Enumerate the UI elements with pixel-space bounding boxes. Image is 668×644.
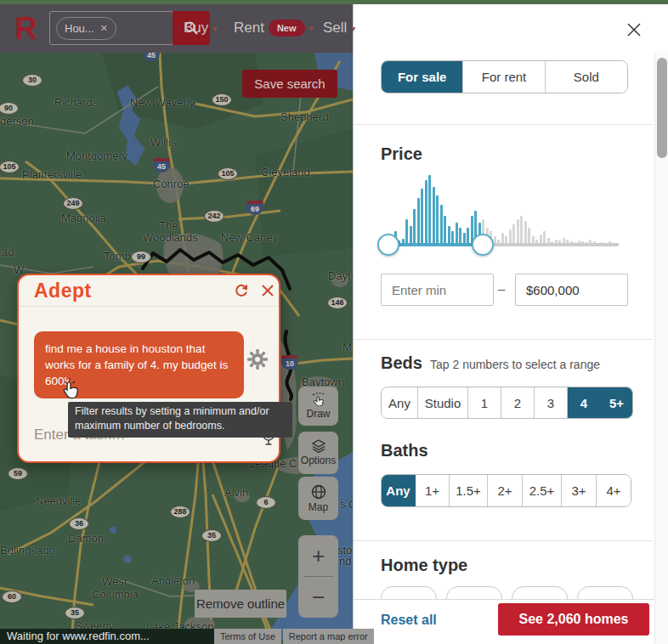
histogram-bar bbox=[456, 223, 458, 245]
panel-scrollbar[interactable] bbox=[654, 53, 668, 644]
reset-all-link[interactable]: Reset all bbox=[381, 613, 437, 628]
route-shield: 249 bbox=[63, 197, 83, 210]
histogram-bar bbox=[405, 219, 408, 245]
zoom-in-button[interactable]: + bbox=[298, 535, 338, 576]
close-icon[interactable] bbox=[259, 282, 276, 299]
map-label: ad bbox=[2, 246, 14, 258]
baths-option-2-5plus[interactable]: 2.5+ bbox=[523, 475, 562, 506]
chevron-down-icon: ▾ bbox=[212, 24, 217, 33]
scrollbar-thumb[interactable] bbox=[657, 58, 667, 158]
baths-option-any[interactable]: Any bbox=[382, 475, 416, 506]
route-shield: 30 bbox=[22, 74, 42, 87]
histogram-bar bbox=[421, 189, 423, 245]
beds-option-any[interactable]: Any bbox=[382, 387, 418, 418]
map-label: Conroe bbox=[153, 178, 190, 190]
filters-footer: Reset all See 2,060 homes bbox=[354, 599, 668, 644]
price-slider-min-handle[interactable] bbox=[377, 234, 399, 256]
map-label: Richards bbox=[54, 96, 98, 109]
histogram-bar bbox=[410, 226, 412, 245]
listing-type-tabs: For sale For rent Sold bbox=[381, 60, 628, 93]
route-shield: 150 bbox=[212, 93, 232, 106]
beds-option-studio[interactable]: Studio bbox=[418, 387, 468, 418]
route-shield: 6 bbox=[256, 496, 276, 509]
route-shield: 242 bbox=[204, 210, 224, 223]
beds-option-4[interactable]: 4 bbox=[568, 387, 601, 418]
chevron-down-icon: ▾ bbox=[309, 24, 314, 33]
options-button-label: Options bbox=[301, 455, 336, 466]
beds-option-3[interactable]: 3 bbox=[535, 387, 568, 418]
refresh-icon[interactable] bbox=[233, 282, 250, 299]
search-box[interactable]: Hou... ✕ bbox=[49, 11, 173, 45]
map-label: Alvin bbox=[224, 486, 248, 499]
redfin-logo[interactable]: R bbox=[14, 11, 37, 47]
histogram-bar bbox=[417, 198, 420, 245]
price-max-input[interactable] bbox=[515, 274, 628, 306]
map-attribution: Terms of Use Report a map error bbox=[214, 629, 353, 644]
map-style-button[interactable]: Map bbox=[298, 477, 338, 520]
tab-sold[interactable]: Sold bbox=[546, 61, 627, 93]
tab-for-sale[interactable]: For sale bbox=[382, 61, 463, 93]
map-label: Willis bbox=[150, 136, 176, 149]
beds-option-1[interactable]: 1 bbox=[468, 387, 501, 418]
map-label: Mont Bel bbox=[342, 341, 353, 353]
save-search-button[interactable]: Save search bbox=[242, 70, 337, 98]
see-homes-button[interactable]: See 2,060 homes bbox=[498, 603, 649, 636]
options-button[interactable]: Options bbox=[298, 432, 338, 474]
map-label: The bbox=[159, 219, 178, 232]
baths-option-2plus[interactable]: 2+ bbox=[488, 475, 523, 506]
interstate-shield: 69 bbox=[246, 201, 263, 215]
histogram-bar bbox=[524, 221, 527, 245]
nav-buy[interactable]: Buy▾ bbox=[184, 20, 217, 37]
route-shield: 59 bbox=[8, 467, 28, 480]
beds-option-5plus[interactable]: 5+ bbox=[601, 387, 632, 418]
histogram-bar bbox=[425, 180, 427, 245]
price-min-input[interactable] bbox=[381, 274, 494, 306]
interstate-shield: 10 bbox=[281, 355, 298, 370]
map-label: Columbia bbox=[92, 588, 139, 601]
beds-hint: Tap 2 numbers to select a range bbox=[430, 358, 600, 371]
zoom-out-button[interactable]: − bbox=[298, 577, 338, 618]
section-divider bbox=[354, 540, 653, 541]
remove-outline-button[interactable]: Remove outline bbox=[195, 590, 286, 618]
beds-option-2[interactable]: 2 bbox=[501, 387, 535, 418]
price-slider-track[interactable] bbox=[382, 243, 619, 246]
map-label: Boling-lago bbox=[0, 544, 55, 556]
baths-option-4plus[interactable]: 4+ bbox=[597, 475, 631, 506]
chevron-down-icon: ▾ bbox=[351, 24, 355, 33]
baths-option-1plus[interactable]: 1+ bbox=[416, 475, 450, 506]
interstate-shield: 45 bbox=[153, 158, 170, 172]
route-shield: 60 bbox=[2, 590, 22, 603]
route-shield: 35 bbox=[65, 607, 85, 619]
nav-rent[interactable]: Rent New ▾ bbox=[234, 20, 314, 37]
tab-for-rent[interactable]: For rent bbox=[463, 61, 545, 93]
screen: R Hou... ✕ Buy▾ Rent New ▾ Sell▾ bbox=[0, 0, 668, 644]
price-slider-max-handle[interactable] bbox=[472, 234, 494, 256]
price-histogram bbox=[382, 173, 620, 245]
nav-sell[interactable]: Sell▾ bbox=[323, 20, 355, 37]
map-label: Shepherd bbox=[280, 110, 328, 123]
close-filters-button[interactable] bbox=[624, 20, 644, 40]
new-badge: New bbox=[269, 20, 305, 37]
gear-icon[interactable] bbox=[246, 348, 269, 370]
histogram-bar bbox=[467, 228, 469, 245]
map-style-button-label: Map bbox=[309, 501, 328, 513]
draw-button[interactable]: Draw bbox=[298, 387, 338, 426]
terms-of-use-link[interactable]: Terms of Use bbox=[214, 629, 281, 644]
baths-option-3plus[interactable]: 3+ bbox=[562, 475, 597, 506]
globe-icon bbox=[311, 484, 326, 500]
histogram-bar bbox=[413, 209, 416, 245]
price-slider-selected-range bbox=[388, 243, 483, 246]
map-label: Dayton bbox=[328, 269, 353, 282]
beds-heading: Beds bbox=[381, 353, 422, 373]
report-map-error-link[interactable]: Report a map error bbox=[283, 629, 374, 644]
map-label: New Caney bbox=[221, 231, 278, 244]
clear-search-icon[interactable]: ✕ bbox=[100, 23, 108, 34]
home-type-heading: Home type bbox=[381, 556, 467, 575]
baths-options: Any 1+ 1.5+ 2+ 2.5+ 3+ 4+ bbox=[381, 474, 631, 507]
map-label: Magnolia bbox=[61, 212, 106, 224]
route-shield: 99 bbox=[131, 251, 151, 263]
baths-option-1-5plus[interactable]: 1.5+ bbox=[450, 475, 488, 506]
search-chip[interactable]: Hou... ✕ bbox=[56, 17, 116, 40]
histogram-bar bbox=[512, 224, 515, 245]
map-label: Plantersville bbox=[22, 168, 82, 181]
